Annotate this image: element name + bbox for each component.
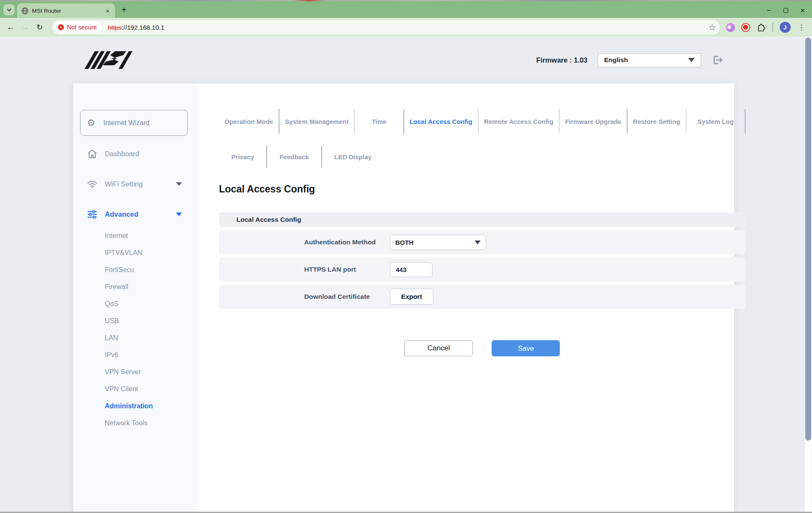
- toolbar-separator: [772, 23, 773, 32]
- sidebar-item-vpn-server[interactable]: VPN Server: [73, 364, 197, 381]
- language-value: English: [604, 56, 628, 64]
- save-button[interactable]: Save: [492, 340, 560, 356]
- wifi-icon: [87, 179, 98, 189]
- sidebar-item-qos[interactable]: QoS: [73, 295, 197, 312]
- recording-indicator-icon[interactable]: [741, 23, 750, 32]
- screen: MSI Router Not secure https://192.168.10…: [0, 0, 812, 513]
- advanced-sub-items: Internet IPTV&VLAN FortiSecu Firewall Qo…: [73, 227, 197, 432]
- tab-time[interactable]: Time: [354, 109, 403, 134]
- https-lan-port-row: HTTPS LAN port: [219, 258, 746, 281]
- sidebar-item-wifi-setting[interactable]: WiFi Setting: [73, 172, 197, 196]
- sidebar: Internet Wizard Dashboard: [73, 83, 197, 513]
- tab-search-button[interactable]: [3, 4, 14, 15]
- tab-close-icon[interactable]: [104, 7, 112, 14]
- home-icon: [87, 149, 98, 159]
- tab-privacy[interactable]: Privacy: [219, 146, 266, 168]
- download-certificate-row: Download Certificate Export: [219, 285, 746, 309]
- chevron-down-icon: [7, 9, 12, 11]
- sidebar-item-internet-wizard[interactable]: Internet Wizard: [80, 110, 188, 136]
- auth-method-select[interactable]: BOTH: [390, 235, 486, 250]
- tab-separator: [745, 109, 746, 134]
- sidebar-item-administration[interactable]: Administration: [73, 398, 197, 415]
- security-chip-label: Not secure: [67, 24, 97, 31]
- tab-system-log[interactable]: System Log: [686, 109, 745, 134]
- not-secure-icon: [58, 24, 64, 30]
- language-select[interactable]: English: [598, 53, 701, 67]
- sidebar-item-network-tools[interactable]: Network Tools: [73, 415, 197, 432]
- auth-method-value: BOTH: [395, 239, 414, 246]
- site-header: Firmware : 1.03 English: [0, 37, 812, 83]
- settings-tabs-row-2: Privacy Feedback LED Display: [219, 146, 746, 168]
- url-scheme: https: [108, 24, 122, 31]
- tab-feedback[interactable]: Feedback: [267, 146, 321, 168]
- forward-button[interactable]: [18, 20, 32, 34]
- sidebar-item-firewall[interactable]: Firewall: [73, 278, 197, 295]
- bookmark-star-icon[interactable]: [708, 23, 716, 32]
- sidebar-item-iptv-vlan[interactable]: IPTV&VLAN: [73, 244, 197, 261]
- extensions-puzzle-icon[interactable]: [757, 23, 766, 32]
- profile-avatar[interactable]: J: [780, 22, 791, 33]
- auth-method-label: Authentication Method: [304, 238, 390, 246]
- window-maximize-button[interactable]: [783, 8, 788, 13]
- https-lan-port-input[interactable]: [390, 262, 432, 277]
- panel-header: Local Access Config: [219, 212, 746, 227]
- gear-icon: [87, 118, 95, 128]
- sidebar-item-vpn-client[interactable]: VPN Client: [73, 381, 197, 398]
- browser-menu-icon[interactable]: [798, 23, 805, 32]
- browser-titlebar: MSI Router: [0, 1, 812, 18]
- new-tab-button[interactable]: [118, 4, 130, 15]
- page-title: Local Access Config: [219, 183, 746, 195]
- tab-led-display[interactable]: LED Display: [322, 146, 384, 168]
- panel-header-label: Local Access Config: [236, 216, 301, 224]
- back-button[interactable]: [3, 20, 18, 34]
- window-close-button[interactable]: [799, 7, 806, 14]
- sliders-icon: [87, 209, 98, 220]
- tab-operation-mode[interactable]: Operation Mode: [219, 109, 279, 134]
- security-chip[interactable]: Not secure: [55, 22, 102, 33]
- cancel-button[interactable]: Cancel: [404, 340, 473, 356]
- sidebar-item-label: Advanced: [105, 210, 138, 218]
- tab-firmware-upgrade[interactable]: Firmware Upgrade: [559, 109, 627, 134]
- chevron-down-icon: [176, 182, 182, 186]
- scrollbar-thumb[interactable]: [805, 37, 811, 441]
- reload-button[interactable]: [32, 20, 47, 34]
- chevron-down-icon: [688, 58, 695, 62]
- tab-title: MSI Router: [32, 8, 104, 14]
- url-text: https://192.168.10.1: [108, 24, 164, 31]
- globe-icon: [21, 7, 29, 14]
- action-buttons: Cancel Save: [219, 340, 746, 356]
- firmware-version: Firmware : 1.03: [536, 56, 587, 64]
- export-button[interactable]: Export: [390, 289, 433, 305]
- url-rest: ://192.168.10.1: [122, 24, 164, 31]
- sidebar-item-label: WiFi Setting: [105, 180, 143, 188]
- content-card: Internet Wizard Dashboard: [73, 83, 734, 513]
- sidebar-item-lan[interactable]: LAN: [73, 330, 197, 347]
- header-right: Firmware : 1.03 English: [536, 53, 724, 67]
- main-content: Operation Mode System Management Time Lo…: [197, 83, 766, 513]
- tab-restore-setting[interactable]: Restore Setting: [628, 109, 686, 134]
- sidebar-item-usb[interactable]: USB: [73, 312, 197, 330]
- auth-method-row: Authentication Method BOTH: [219, 230, 746, 254]
- address-bar[interactable]: Not secure https://192.168.10.1: [52, 20, 720, 34]
- tab-remote-access-config[interactable]: Remote Access Config: [478, 109, 559, 134]
- extension-pink-icon[interactable]: [726, 23, 735, 32]
- browser-tab[interactable]: MSI Router: [17, 3, 115, 18]
- tab-system-management[interactable]: System Management: [279, 109, 354, 134]
- sidebar-item-dashboard[interactable]: Dashboard: [73, 141, 197, 166]
- sidebar-item-internet[interactable]: Internet: [73, 227, 197, 244]
- download-certificate-label: Download Certificate: [304, 293, 390, 301]
- settings-tabs-row-1: Operation Mode System Management Time Lo…: [219, 109, 746, 134]
- internet-wizard-label: Internet Wizard: [104, 119, 150, 127]
- msi-logo: [84, 51, 145, 69]
- sidebar-item-fortisecu[interactable]: FortiSecu: [73, 261, 197, 278]
- window-minimize-button[interactable]: [766, 7, 772, 14]
- https-lan-port-label: HTTPS LAN port: [304, 266, 390, 273]
- sidebar-item-advanced[interactable]: Advanced: [73, 202, 197, 226]
- chevron-down-icon: [475, 241, 481, 244]
- extensions-area: J: [726, 22, 811, 33]
- page-scrollbar[interactable]: [805, 37, 812, 513]
- window-controls: [766, 7, 812, 18]
- sidebar-item-ipv6[interactable]: IPv6: [73, 347, 197, 364]
- logout-button[interactable]: [711, 54, 724, 66]
- tab-local-access-config[interactable]: Local Access Config: [404, 109, 478, 134]
